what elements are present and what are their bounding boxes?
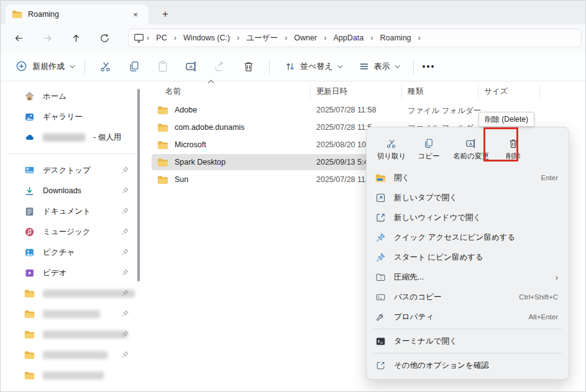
wrench-icon bbox=[375, 312, 386, 322]
sidebar-item-redacted-folder[interactable] bbox=[4, 324, 143, 344]
svg-text:A: A bbox=[469, 141, 472, 145]
sidebar-item-music[interactable]: ミュージック bbox=[4, 222, 143, 242]
context-menu: 切り取り コピー A 名前の変更 削除 開く Enter bbox=[366, 127, 569, 380]
breadcrumb-owner[interactable]: Owner bbox=[290, 32, 321, 44]
breadcrumb-users[interactable]: ユーザー bbox=[242, 31, 282, 45]
sidebar-item-pictures[interactable]: ピクチャ bbox=[4, 242, 143, 262]
file-row-adobe[interactable]: Adobe bbox=[152, 102, 429, 118]
menu-separator bbox=[373, 353, 562, 353]
rename-icon: A bbox=[185, 60, 198, 73]
context-copy-button[interactable]: コピー bbox=[410, 133, 447, 165]
cut-button[interactable] bbox=[94, 56, 117, 77]
rename-button[interactable]: A bbox=[180, 56, 203, 77]
view-button[interactable]: 表示 bbox=[354, 57, 403, 76]
menu-item-pin-quick-access[interactable]: クイック アクセスにピン留めする bbox=[370, 227, 565, 247]
desktop-icon bbox=[24, 165, 35, 176]
videos-icon bbox=[24, 268, 35, 278]
tooltip-text: 削除 (Delete) bbox=[485, 114, 528, 125]
file-name: com.adobe.dunamis bbox=[175, 123, 245, 132]
menu-shortcut: Alt+Enter bbox=[528, 313, 558, 321]
sidebar-item-redacted-folder[interactable] bbox=[4, 365, 143, 385]
menu-item-show-more-options[interactable]: その他のオプションを確認 bbox=[370, 355, 565, 375]
breadcrumb-windows-c[interactable]: Windows (C:) bbox=[179, 32, 234, 44]
sidebar-item-desktop[interactable]: デスクトップ bbox=[4, 160, 143, 180]
folder-icon bbox=[24, 370, 35, 381]
arrow-right-icon bbox=[42, 33, 53, 43]
column-separator[interactable] bbox=[310, 84, 311, 98]
address-bar[interactable]: › PC › Windows (C:) › ユーザー › Owner › App… bbox=[128, 29, 582, 47]
sidebar-item-videos[interactable]: ビデオ bbox=[4, 263, 143, 283]
breadcrumb-appdata[interactable]: AppData bbox=[329, 32, 369, 44]
pin-icon bbox=[121, 186, 129, 194]
menu-item-compress[interactable]: 圧縮先... › bbox=[370, 267, 565, 287]
menu-item-open-new-tab[interactable]: 新しいタブで開く bbox=[370, 188, 565, 207]
redacted-folder-name bbox=[43, 310, 100, 318]
menu-item-copy-path[interactable]: パスのコピー Ctrl+Shift+C bbox=[370, 287, 565, 307]
file-date: 2025/07/28 11:5 bbox=[316, 175, 372, 184]
column-separator[interactable] bbox=[478, 84, 478, 98]
column-header-size[interactable]: サイズ bbox=[484, 86, 508, 97]
toolbar-divider bbox=[85, 59, 85, 74]
context-cut-button[interactable]: 切り取り bbox=[373, 133, 410, 165]
pictures-icon bbox=[24, 247, 35, 258]
breadcrumb-pc[interactable]: PC bbox=[152, 32, 171, 44]
context-copy-label: コピー bbox=[418, 152, 439, 161]
tab-close-icon[interactable]: × bbox=[129, 7, 142, 21]
menu-item-open-terminal[interactable]: ターミナルで開く bbox=[370, 331, 565, 351]
column-header-name[interactable]: 名前 bbox=[165, 86, 181, 97]
menu-item-open-new-window[interactable]: 新しいウィンドウで開く bbox=[370, 207, 565, 227]
sidebar-item-downloads[interactable]: Downloads bbox=[4, 181, 143, 201]
folder-icon bbox=[157, 106, 168, 115]
sidebar-item-label: - 個人用 bbox=[93, 132, 121, 143]
sidebar-item-redacted-folder[interactable] bbox=[4, 345, 143, 365]
rename-icon: A bbox=[465, 138, 477, 149]
refresh-button[interactable] bbox=[94, 29, 115, 47]
tab-roaming[interactable]: Roaming × bbox=[6, 4, 149, 24]
file-type: ファイル フォルダー bbox=[408, 106, 481, 116]
downloads-icon bbox=[24, 186, 35, 196]
see-more-button[interactable]: ••• bbox=[423, 62, 436, 71]
up-button[interactable] bbox=[65, 29, 86, 47]
menu-item-pin-start[interactable]: スタート にピン留めする bbox=[370, 247, 565, 267]
breadcrumb-trailing-chevron[interactable]: › bbox=[417, 33, 422, 42]
menu-item-label: その他のオプションを確認 bbox=[394, 360, 489, 371]
sidebar-scrollbar[interactable] bbox=[137, 89, 140, 281]
new-tab-button[interactable]: + bbox=[156, 6, 175, 23]
forward-button[interactable] bbox=[37, 29, 58, 47]
toolbar-divider bbox=[413, 59, 414, 74]
folder-icon bbox=[12, 10, 22, 19]
sidebar-item-label: ギャラリー bbox=[43, 112, 83, 122]
folder-open-icon bbox=[375, 173, 386, 183]
sidebar-item-gallery[interactable]: ギャラリー bbox=[4, 107, 143, 127]
sidebar-item-onedrive[interactable]: › - 個人用 bbox=[4, 127, 143, 147]
new-item-button[interactable]: 新規作成 bbox=[11, 57, 78, 76]
file-explorer-window: Roaming × + › PC › Windows (C:) › ユーザー ›… bbox=[0, 0, 586, 392]
this-pc-icon bbox=[134, 34, 144, 43]
submenu-chevron-icon: › bbox=[556, 273, 558, 282]
column-header-type[interactable]: 種類 bbox=[408, 86, 423, 97]
breadcrumb-separator: › bbox=[173, 33, 178, 42]
pin-icon bbox=[375, 232, 386, 243]
sidebar-item-home[interactable]: ホーム bbox=[4, 86, 143, 106]
folder-icon bbox=[24, 329, 35, 340]
onedrive-icon bbox=[24, 132, 35, 143]
sort-button[interactable]: 並べ替え bbox=[280, 57, 346, 76]
redacted-folder-name bbox=[43, 351, 108, 359]
sidebar-item-redacted-folder[interactable] bbox=[4, 283, 143, 303]
menu-item-properties[interactable]: プロパティ Alt+Enter bbox=[370, 307, 565, 327]
delete-button[interactable] bbox=[237, 56, 260, 77]
column-header-date[interactable]: 更新日時 bbox=[316, 86, 347, 97]
sidebar-item-documents[interactable]: ドキュメント bbox=[4, 201, 143, 221]
column-separator[interactable] bbox=[401, 84, 402, 98]
copy-button[interactable] bbox=[122, 56, 146, 77]
column-separator[interactable] bbox=[539, 84, 540, 98]
menu-item-open[interactable]: 開く Enter bbox=[370, 168, 565, 188]
pin-icon bbox=[121, 207, 129, 215]
arrow-left-icon bbox=[14, 33, 24, 43]
menu-item-label: スタート にピン留めする bbox=[394, 252, 483, 263]
sidebar-item-redacted-folder[interactable] bbox=[4, 304, 143, 324]
back-button[interactable] bbox=[8, 29, 29, 47]
menu-item-label: クイック アクセスにピン留めする bbox=[394, 232, 515, 243]
sidebar-item-label: Downloads bbox=[43, 186, 81, 195]
breadcrumb-roaming[interactable]: Roaming bbox=[376, 32, 416, 44]
